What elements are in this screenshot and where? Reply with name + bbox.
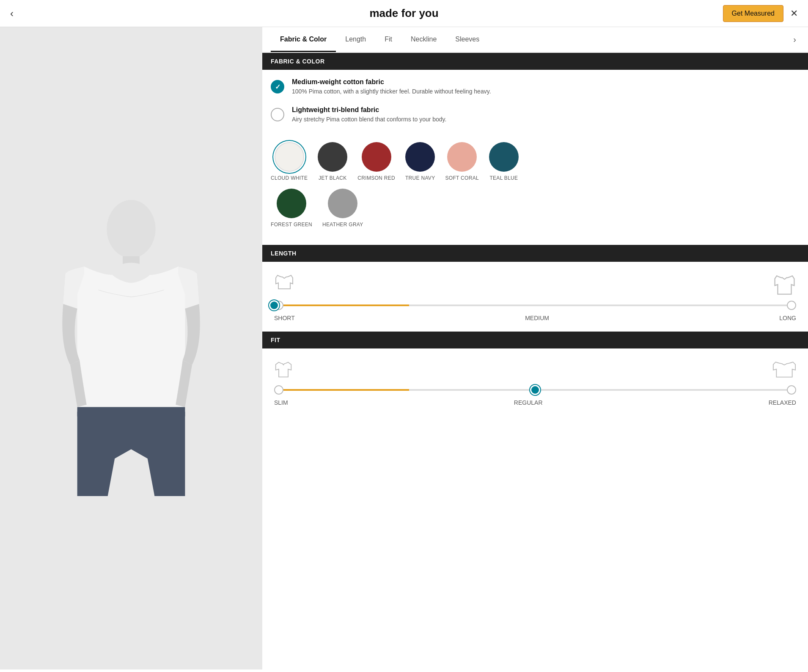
length-slider-row[interactable]	[271, 300, 800, 310]
svg-rect-3	[77, 407, 185, 416]
main-content: Fabric & Color Length Fit Neckline Sleev…	[0, 27, 808, 669]
color-swatch-cloud-white[interactable]: CLOUD WHITE	[271, 142, 308, 182]
tab-length[interactable]: Length	[336, 28, 375, 52]
fabric-checkbox-lightweight[interactable]	[271, 108, 284, 121]
fit-section-header: FIT	[262, 332, 808, 348]
length-icons-row	[271, 272, 800, 295]
shirt-slim-icon	[274, 359, 293, 380]
color-label-teal-blue: TEAL BLUE	[489, 175, 518, 182]
fit-slider-track	[283, 389, 535, 391]
fit-label-relaxed: RELAXED	[769, 399, 796, 406]
config-panel: Fabric & Color Length Fit Neckline Sleev…	[262, 27, 808, 669]
svg-point-2	[115, 263, 148, 280]
color-swatches-section: CLOUD WHITE JET BLACK CRIMSON RED TRUE N…	[262, 142, 808, 245]
fabric-title-medium-weight: Medium-weight cotton fabric	[292, 78, 491, 86]
color-row-2: FOREST GREEN HEATHER GRAY	[271, 189, 800, 228]
fit-section: SLIM REGULAR RELAXED	[262, 348, 808, 416]
fit-icons-row	[271, 359, 800, 380]
length-slider-right-track	[535, 304, 787, 306]
color-label-true-navy: TRUE NAVY	[405, 175, 435, 182]
color-label-heather-gray: HEATHER GRAY	[322, 222, 363, 228]
color-swatch-teal-blue[interactable]: TEAL BLUE	[489, 142, 519, 182]
app-header: ‹ made for you Get Measured ✕	[0, 0, 808, 27]
fit-label-slim: SLIM	[274, 399, 288, 406]
color-circle-true-navy[interactable]	[405, 142, 435, 172]
header-actions: Get Measured ✕	[723, 5, 798, 22]
shirt-short-icon	[274, 272, 294, 292]
length-section: SHORT MEDIUM LONG	[262, 262, 808, 332]
length-slider-track	[283, 304, 535, 306]
tab-fabric-color[interactable]: Fabric & Color	[271, 28, 336, 52]
color-label-crimson-red: CRIMSON RED	[357, 175, 395, 182]
color-swatch-true-navy[interactable]: TRUE NAVY	[405, 142, 435, 182]
svg-point-0	[107, 200, 155, 258]
color-circle-teal-blue[interactable]	[489, 142, 519, 172]
tab-neckline[interactable]: Neckline	[401, 28, 446, 52]
fit-label-regular: REGULAR	[514, 399, 543, 406]
fabric-checkbox-medium-weight[interactable]	[271, 80, 284, 93]
fabric-info-lightweight: Lightweight tri-blend fabric Airy stretc…	[292, 106, 446, 124]
fit-slider-right-track	[535, 389, 787, 391]
model-preview-panel	[0, 27, 262, 669]
length-slider-labels: SHORT MEDIUM LONG	[271, 310, 800, 321]
fit-slider-regular-dot[interactable]	[530, 385, 540, 395]
fit-slider-row[interactable]	[271, 385, 800, 395]
page-title: made for you	[369, 7, 438, 20]
length-slider-long-dot[interactable]	[787, 301, 796, 310]
color-label-forest-green: FOREST GREEN	[271, 222, 312, 228]
length-section-header: LENGTH	[262, 245, 808, 262]
shirt-long-icon	[773, 272, 796, 295]
color-circle-soft-coral[interactable]	[447, 142, 477, 172]
fabric-desc-medium-weight: 100% Pima cotton, with a slightly thicke…	[292, 88, 491, 96]
length-label-long: LONG	[779, 315, 796, 321]
color-swatch-jet-black[interactable]: JET BLACK	[318, 142, 347, 182]
fabric-title-lightweight: Lightweight tri-blend fabric	[292, 106, 446, 114]
color-circle-cloud-white[interactable]	[275, 142, 304, 172]
shirt-relaxed-icon	[772, 359, 796, 380]
length-label-short: SHORT	[274, 315, 295, 321]
color-label-cloud-white: CLOUD WHITE	[271, 175, 308, 182]
length-label-medium: MEDIUM	[525, 315, 549, 321]
close-button[interactable]: ✕	[790, 8, 798, 19]
fabric-options: Medium-weight cotton fabric 100% Pima co…	[262, 70, 808, 142]
fabric-option-medium-weight[interactable]: Medium-weight cotton fabric 100% Pima co…	[271, 78, 800, 96]
tabs-bar: Fabric & Color Length Fit Neckline Sleev…	[262, 27, 808, 53]
color-swatch-forest-green[interactable]: FOREST GREEN	[271, 189, 312, 228]
tab-fit[interactable]: Fit	[375, 28, 401, 52]
tab-sleeves[interactable]: Sleeves	[446, 28, 489, 52]
fabric-option-lightweight[interactable]: Lightweight tri-blend fabric Airy stretc…	[271, 106, 800, 124]
fabric-info-medium-weight: Medium-weight cotton fabric 100% Pima co…	[292, 78, 491, 96]
mannequin-svg	[30, 196, 233, 501]
model-figure	[0, 27, 262, 669]
color-label-jet-black: JET BLACK	[319, 175, 347, 182]
fabric-desc-lightweight: Airy stretchy Pima cotton blend that con…	[292, 115, 446, 124]
color-circle-crimson-red[interactable]	[362, 142, 391, 172]
fit-slider-relaxed-dot[interactable]	[787, 385, 796, 395]
get-measured-button[interactable]: Get Measured	[723, 5, 783, 22]
color-circle-forest-green[interactable]	[277, 189, 306, 218]
fabric-color-section-header: FABRIC & COLOR	[262, 53, 808, 70]
color-swatch-soft-coral[interactable]: SOFT CORAL	[445, 142, 478, 182]
color-swatch-heather-gray[interactable]: HEATHER GRAY	[322, 189, 363, 228]
back-button[interactable]: ‹	[10, 8, 14, 19]
color-row-1: CLOUD WHITE JET BLACK CRIMSON RED TRUE N…	[271, 142, 800, 182]
color-swatch-crimson-red[interactable]: CRIMSON RED	[357, 142, 395, 182]
color-circle-jet-black[interactable]	[318, 142, 347, 172]
tabs-next-arrow[interactable]: ›	[790, 27, 800, 52]
color-circle-heather-gray[interactable]	[328, 189, 357, 218]
color-label-soft-coral: SOFT CORAL	[445, 175, 478, 182]
fit-slider-labels: SLIM REGULAR RELAXED	[271, 395, 800, 406]
fit-slider-slim-dot[interactable]	[274, 385, 283, 395]
